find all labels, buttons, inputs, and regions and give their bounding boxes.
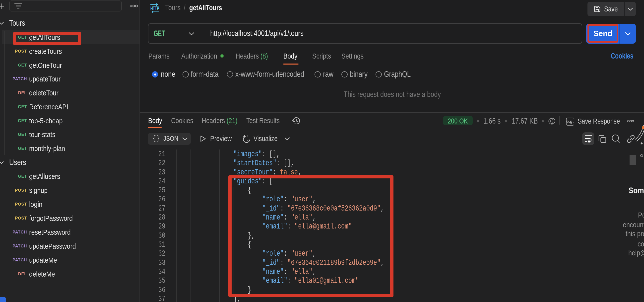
svg-text:HTTP: HTTP <box>150 5 159 12</box>
